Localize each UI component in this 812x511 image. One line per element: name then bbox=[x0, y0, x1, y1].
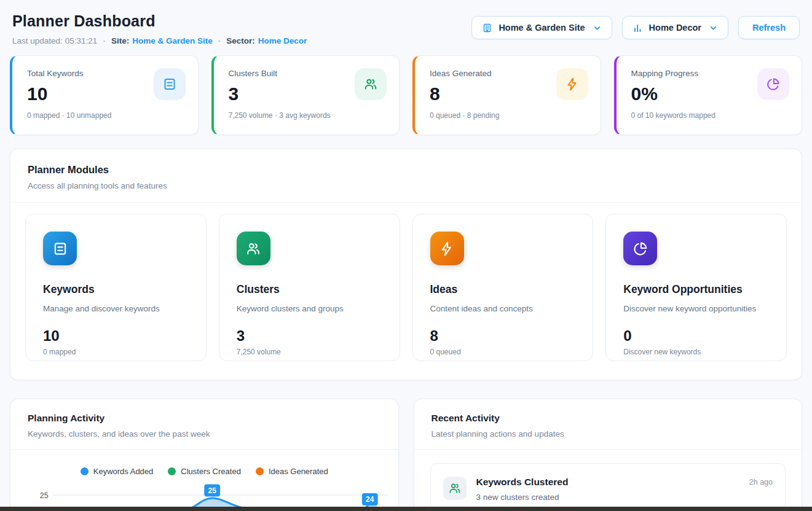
module-card-ideas[interactable]: Ideas Content ideas and concepts 8 0 que… bbox=[412, 214, 594, 361]
panel-title: Planner Modules bbox=[28, 164, 784, 176]
planning-activity-subtitle: Keywords, clusters, and ideas over the p… bbox=[28, 429, 381, 439]
legend-item-clusters-created[interactable]: Clusters Created bbox=[168, 467, 241, 476]
header-left: Planner Dashboard Last updated: 05:31:21… bbox=[12, 12, 307, 45]
module-value: 3 bbox=[237, 327, 382, 345]
header-actions: Home & Garden Site Home Decor Refresh bbox=[471, 16, 800, 39]
chevron-down-icon bbox=[709, 23, 718, 33]
chevron-down-icon bbox=[593, 23, 602, 33]
stat-card-mapping-progress: Mapping Progress 0% 0 of 10 keywords map… bbox=[614, 55, 803, 135]
planning-activity-header: Planning Activity Keywords, clusters, an… bbox=[10, 399, 398, 450]
recent-activity-subtitle: Latest planning actions and updates bbox=[432, 429, 785, 439]
bolt-icon bbox=[556, 68, 588, 100]
screen-edge-strip bbox=[0, 507, 812, 511]
panel-subtitle: Access all planning tools and features bbox=[28, 181, 784, 190]
module-card-keyword-opportunities[interactable]: Keyword Opportunities Discover new keywo… bbox=[605, 214, 787, 361]
page-title: Planner Dashboard bbox=[12, 12, 307, 30]
module-sub: Discover new keywords bbox=[623, 348, 769, 356]
separator: · bbox=[218, 36, 221, 45]
page-header: Planner Dashboard Last updated: 05:31:21… bbox=[10, 12, 802, 45]
stat-card-ideas-generated: Ideas Generated 8 0 queued · 8 pending bbox=[412, 55, 601, 135]
legend-dot bbox=[168, 467, 176, 475]
site-link[interactable]: Home & Garden Site bbox=[132, 36, 213, 45]
recent-activity-title: Recent Activity bbox=[432, 413, 785, 424]
stat-card-clusters-built: Clusters Built 3 7,250 volume · 3 avg ke… bbox=[211, 55, 400, 135]
legend-label: Ideas Generated bbox=[269, 467, 328, 476]
module-title: Keywords bbox=[43, 283, 189, 296]
module-card-keywords[interactable]: Keywords Manage and discover keywords 10… bbox=[25, 214, 207, 361]
module-description: Manage and discover keywords bbox=[43, 304, 189, 313]
module-value: 0 bbox=[623, 327, 769, 345]
separator: · bbox=[103, 36, 106, 45]
stats-row: Total Keywords 10 0 mapped · 10 unmapped… bbox=[10, 55, 802, 135]
building-icon bbox=[482, 23, 492, 33]
legend-dot bbox=[256, 467, 264, 475]
sector-selector-label: Home Decor bbox=[649, 23, 701, 33]
stat-sub: 0 queued · 8 pending bbox=[430, 111, 586, 120]
activity-list: Keywords Clustered 3 new clusters create… bbox=[414, 450, 802, 511]
stat-sub: 0 mapped · 10 unmapped bbox=[27, 111, 183, 120]
module-description: Keyword clusters and groups bbox=[237, 304, 382, 313]
bolt-icon bbox=[430, 232, 464, 265]
legend-item-keywords-added[interactable]: Keywords Added bbox=[81, 467, 154, 476]
sector-link[interactable]: Home Decor bbox=[258, 36, 307, 45]
modules-grid: Keywords Manage and discover keywords 10… bbox=[10, 203, 802, 380]
legend-label: Keywords Added bbox=[93, 467, 154, 476]
activity-body: Keywords Clustered 3 new clusters create… bbox=[476, 475, 739, 502]
last-updated-value: 05:31:21 bbox=[65, 36, 98, 45]
module-title: Clusters bbox=[237, 283, 382, 296]
stat-sub: 7,250 volume · 3 avg keywords bbox=[229, 111, 385, 120]
sector-label: Sector: bbox=[226, 36, 255, 45]
site-label: Site: bbox=[111, 36, 129, 45]
stat-sub: 0 of 10 keywords mapped bbox=[631, 111, 787, 120]
document-icon bbox=[43, 232, 77, 265]
legend-label: Clusters Created bbox=[181, 467, 241, 476]
recent-activity-header: Recent Activity Latest planning actions … bbox=[414, 399, 802, 450]
module-title: Ideas bbox=[430, 283, 576, 296]
module-value: 10 bbox=[43, 327, 189, 345]
module-value: 8 bbox=[430, 327, 576, 345]
panel-header: Planner Modules Access all planning tool… bbox=[10, 149, 802, 203]
activity-chart: 25 25 24 bbox=[10, 483, 398, 509]
last-updated-label: Last updated: bbox=[12, 36, 63, 45]
point-label-badge: 25 bbox=[204, 485, 220, 497]
planning-activity-title: Planning Activity bbox=[28, 413, 381, 424]
pie-chart-icon bbox=[623, 232, 657, 265]
module-card-clusters[interactable]: Clusters Keyword clusters and groups 3 7… bbox=[219, 214, 400, 361]
planning-activity-card: Planning Activity Keywords, clusters, an… bbox=[10, 399, 399, 511]
refresh-button[interactable]: Refresh bbox=[738, 16, 800, 39]
y-axis-tick: 25 bbox=[40, 491, 49, 500]
pie-chart-icon bbox=[757, 68, 789, 100]
module-sub: 7,250 volume bbox=[237, 348, 382, 356]
svg-text:24: 24 bbox=[366, 495, 374, 504]
activity-time: 2h ago bbox=[749, 478, 773, 486]
activity-title: Keywords Clustered bbox=[476, 477, 739, 488]
stat-card-total-keywords: Total Keywords 10 0 mapped · 10 unmapped bbox=[10, 55, 199, 135]
header-meta: Last updated: 05:31:21 · Site: Home & Ga… bbox=[12, 36, 307, 45]
legend-item-ideas-generated[interactable]: Ideas Generated bbox=[256, 467, 328, 476]
sector-selector-button[interactable]: Home Decor bbox=[622, 16, 728, 39]
users-icon bbox=[355, 68, 387, 100]
users-icon bbox=[237, 232, 270, 265]
users-icon bbox=[443, 477, 467, 500]
document-icon bbox=[154, 68, 186, 100]
module-sub: 0 mapped bbox=[43, 348, 189, 356]
point-label-badge: 24 bbox=[362, 493, 378, 505]
bar-chart-icon bbox=[633, 23, 643, 33]
planner-modules-panel: Planner Modules Access all planning tool… bbox=[10, 149, 802, 380]
module-description: Discover new keyword opportunities bbox=[623, 304, 769, 313]
site-selector-button[interactable]: Home & Garden Site bbox=[471, 16, 612, 39]
activity-description: 3 new clusters created bbox=[476, 493, 739, 502]
bottom-row: Planning Activity Keywords, clusters, an… bbox=[10, 399, 802, 511]
module-description: Content ideas and concepts bbox=[430, 304, 576, 313]
module-title: Keyword Opportunities bbox=[623, 283, 769, 296]
module-sub: 0 queued bbox=[430, 348, 576, 356]
legend-dot bbox=[81, 467, 89, 475]
recent-activity-card: Recent Activity Latest planning actions … bbox=[414, 399, 803, 511]
activity-item: Keywords Clustered 3 new clusters create… bbox=[430, 463, 786, 511]
planner-dashboard-page: Planner Dashboard Last updated: 05:31:21… bbox=[0, 0, 812, 511]
svg-text:25: 25 bbox=[208, 486, 217, 495]
site-selector-label: Home & Garden Site bbox=[499, 23, 585, 33]
chart-legend: Keywords Added Clusters Created Ideas Ge… bbox=[10, 467, 398, 476]
